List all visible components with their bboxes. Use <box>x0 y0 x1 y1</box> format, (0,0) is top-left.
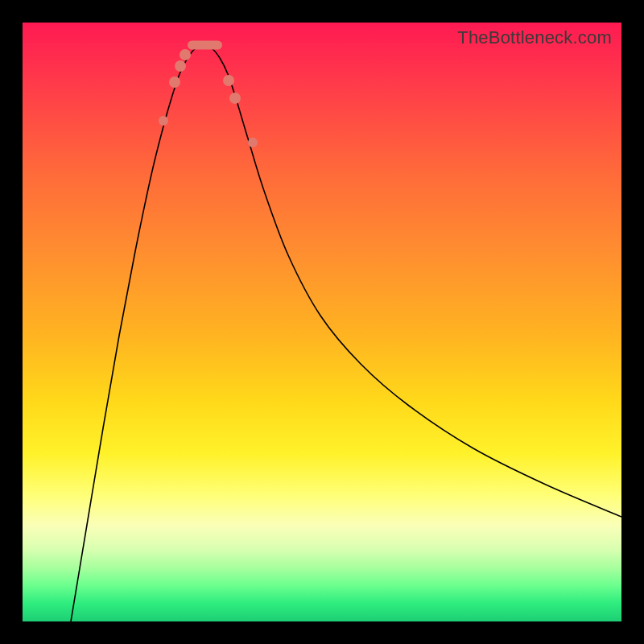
curve-marker <box>169 76 180 88</box>
curve-marker <box>229 93 241 104</box>
curve-marker <box>175 60 186 72</box>
curve-marker <box>248 138 258 147</box>
curve-bottom-segment <box>188 41 222 50</box>
curve-path <box>71 45 621 621</box>
chart-frame: TheBottleneck.com <box>0 0 644 644</box>
chart-plot-area: TheBottleneck.com <box>23 23 621 621</box>
curve-marker <box>159 116 168 126</box>
curve-marker <box>180 49 191 60</box>
bottleneck-curve <box>23 23 621 621</box>
curve-marker <box>223 75 234 86</box>
